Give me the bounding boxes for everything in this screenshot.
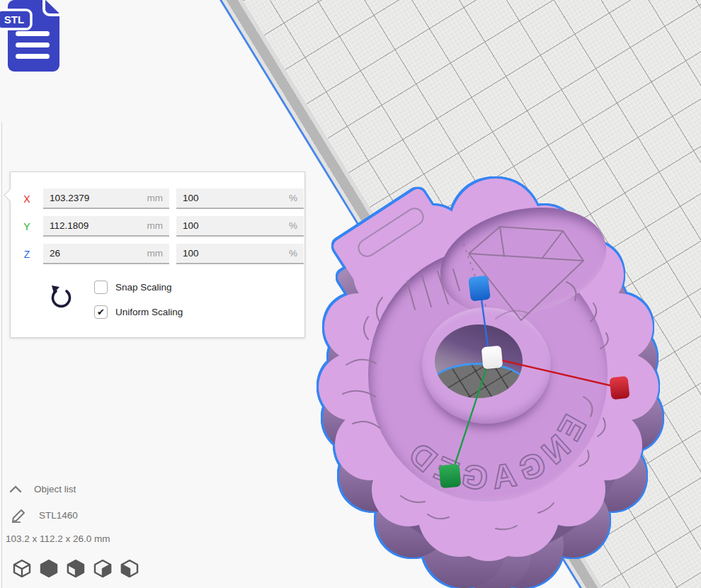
scale-y-percent-value: 100 (183, 220, 199, 231)
model-top-face-lobe (324, 293, 392, 361)
reset-scale-button[interactable] (47, 283, 74, 310)
scale-y-mm-input[interactable]: 112.1809 mm (43, 216, 169, 237)
chevron-up-icon (11, 487, 21, 492)
scale-y-mm-unit: mm (147, 220, 164, 231)
camera-view-toolbar (12, 558, 139, 578)
scale-x-percent-value: 100 (183, 193, 199, 203)
model-wall-lobe (422, 503, 507, 588)
scale-y-percent-input[interactable]: 100 % (176, 216, 304, 237)
model-wall-lobe (376, 484, 450, 558)
scale-x-mm-value: 103.2379 (50, 193, 89, 203)
view-left-button[interactable] (93, 558, 113, 578)
scale-y-mm-value: 112.1809 (50, 220, 89, 231)
scale-z-percent-unit: % (289, 248, 297, 259)
scale-row-x: X 103.2379 mm 100 % (11, 188, 304, 209)
scale-x-mm-input[interactable]: 103.2379 mm (43, 188, 169, 209)
scale-x-percent-unit: % (289, 193, 297, 203)
cube-front-view-icon (41, 560, 57, 577)
axis-x-label: X (11, 193, 43, 205)
3d-viewport[interactable]: ENGAGED STL X 103.2379 m (0, 0, 701, 588)
cube-top-view-icon (68, 560, 84, 577)
scale-x-percent-input[interactable]: 100 % (176, 188, 304, 209)
model-wall-lobe (455, 516, 531, 588)
scale-x-mm-unit: mm (147, 193, 164, 203)
scale-z-mm-input[interactable]: 26 mm (43, 244, 169, 264)
view-right-button[interactable] (120, 558, 139, 578)
scale-tool-panel: X 103.2379 mm 100 % Y 112.1809 mm 100 % … (10, 171, 305, 338)
scale-z-percent-value: 100 (183, 248, 199, 259)
model-dimensions-label: 103.2 x 112.2 x 26.0 mm (6, 533, 110, 544)
uniform-check-glyph: ✔ (97, 307, 105, 317)
scale-y-handle[interactable] (439, 464, 462, 488)
snap-scaling-row: Snap Scaling (94, 281, 172, 294)
scale-row-y: Y 112.1809 mm 100 % (11, 216, 304, 237)
stl-badge-label: STL (4, 13, 24, 26)
scale-row-z: Z 26 mm 100 % (11, 244, 304, 264)
cube-3d-view-icon (14, 560, 30, 577)
reset-arrow-icon (53, 291, 70, 306)
scale-z-mm-value: 26 (50, 248, 60, 259)
model-top-face-lobe (450, 485, 527, 561)
axis-y-label: Y (11, 221, 43, 232)
scale-z-percent-input[interactable]: 100 % (176, 244, 304, 264)
pencil-icon (13, 510, 24, 521)
model-wall-lobe (329, 324, 397, 392)
object-list-item-name[interactable]: STL1460 (39, 510, 78, 521)
view-front-button[interactable] (39, 558, 59, 578)
view-top-button[interactable] (66, 558, 86, 578)
object-list-title[interactable]: Object list (34, 484, 76, 494)
uniform-scaling-label: Uniform Scaling (115, 307, 183, 317)
cube-right-view-icon (122, 560, 137, 577)
left-toolbar-edge (1, 122, 2, 588)
scale-center-handle[interactable] (481, 346, 503, 369)
stl-file-icon: STL (0, 0, 67, 72)
scale-z-handle[interactable] (468, 275, 491, 301)
model-wall-lobe (323, 384, 391, 452)
model-top-face-lobe (319, 353, 387, 421)
uniform-scaling-row: ✔ Uniform Scaling (94, 305, 183, 319)
snap-scaling-checkbox[interactable] (94, 281, 108, 294)
uniform-scaling-checkbox[interactable]: ✔ (94, 305, 108, 319)
object-list-collapse-button[interactable] (9, 483, 22, 492)
model-wall-lobe (339, 441, 410, 511)
snap-scaling-label: Snap Scaling (115, 282, 172, 293)
scale-y-percent-unit: % (289, 220, 297, 231)
model-top-face-lobe (372, 453, 445, 526)
scale-z-mm-unit: mm (147, 248, 164, 259)
model-top-face-lobe (335, 409, 406, 480)
view-3d-button[interactable] (12, 558, 32, 578)
cube-left-view-icon (95, 560, 110, 577)
scale-x-handle[interactable] (609, 376, 629, 400)
rename-object-button[interactable] (11, 509, 26, 523)
axis-z-label: Z (11, 249, 43, 260)
